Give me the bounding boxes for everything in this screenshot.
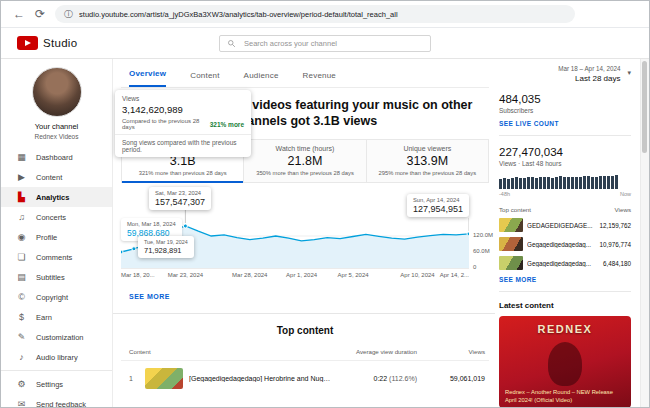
column-views: Views	[423, 348, 485, 355]
tab-overview[interactable]: Overview	[129, 69, 166, 87]
section-divider	[113, 313, 495, 314]
site-info-icon[interactable]: ⓘ	[64, 8, 73, 21]
row-rank: 1	[129, 375, 139, 382]
metric-value: 21.8M	[246, 154, 363, 168]
sidebar-item-label: Audio library	[36, 353, 78, 362]
sparkline-bar	[539, 177, 542, 189]
row-views: 59,061,019	[423, 375, 485, 382]
top-content-heading: Top content	[121, 325, 489, 336]
video-thumbnail	[499, 218, 523, 232]
sparkline-bar	[531, 177, 534, 189]
right-top-content-row[interactable]: GEDAGEDIGEDAGE...12,159,762	[499, 218, 631, 232]
sidebar-item-analytics[interactable]: ▙Analytics	[1, 187, 112, 207]
tab-audience[interactable]: Audience	[244, 71, 279, 87]
refresh-icon[interactable]: ⟳	[35, 8, 45, 20]
url-text: studio.youtube.com/artist/a_jyDGxBa3XW3/…	[79, 10, 398, 19]
sidebar-item-send-feedback[interactable]: ✉Send feedback	[1, 394, 112, 408]
chevron-down-icon: ▾	[627, 69, 631, 77]
sidebar-item-profile[interactable]: ◉Profile	[1, 227, 112, 247]
sidebar-item-label: Send feedback	[36, 400, 86, 408]
sparkline-bar	[595, 177, 598, 189]
scrollbar-thumb[interactable]	[642, 61, 647, 153]
sidebar-item-comments[interactable]: ❏Comments	[1, 247, 112, 267]
subtitles-icon: ▤	[16, 272, 27, 282]
scrollbar[interactable]	[640, 59, 649, 408]
video-title: Gegagedigedagedag...	[527, 260, 599, 267]
right-top-content-row[interactable]: Gegagedigedagedag...6,484,180	[499, 256, 631, 270]
tooltip-compare-label: Compared to the previous 28 days	[122, 118, 206, 130]
views-chart[interactable]: 120.0M60.0M0 Mar 18, 20...Mar 23, 2024Ma…	[121, 187, 489, 285]
video-title: [Gegagedigedagedago] Herobrine and Nugge…	[189, 375, 331, 382]
right-see-more-link[interactable]: SEE MORE	[499, 276, 631, 283]
tooltip-compare-delta: 321% more	[210, 121, 244, 128]
see-more-link[interactable]: SEE MORE	[129, 293, 170, 300]
sidebar-item-dashboard[interactable]: ▦Dashboard	[1, 147, 112, 167]
date-range-selector[interactable]: Mar 18 – Apr 14, 2024 Last 28 days ▾	[499, 65, 631, 83]
video-thumbnail	[145, 368, 183, 389]
video-thumbnail	[499, 256, 523, 270]
sparkline-bar	[547, 177, 550, 189]
url-bar[interactable]: ⓘ studio.youtube.com/artist/a_jyDGxBa3XW…	[55, 5, 575, 23]
right-top-content-row[interactable]: Gegagedigedagedag...10,976,774	[499, 237, 631, 251]
browser-toolbar: ← ⟳ ⓘ studio.youtube.com/artist/a_jyDGxB…	[1, 1, 649, 28]
comments-icon: ❏	[16, 252, 27, 262]
tooltip-metric-value: 3,142,620,989	[122, 104, 244, 115]
metric-card-unique-viewers[interactable]: Unique viewers 313.9M 295% more than the…	[367, 140, 488, 182]
metric-delta: 295% more than the previous 28 days	[369, 170, 486, 176]
sparkline-bar	[575, 177, 578, 189]
video-title: GEDAGEDIGEDAGE...	[527, 222, 595, 229]
page-body: Your channel Rednex Videos ▦Dashboard▶Co…	[1, 59, 649, 408]
y-axis-label: 60.0M	[473, 248, 490, 254]
earn-icon: $	[16, 312, 27, 322]
video-title: Gegagedigedagedag...	[527, 241, 595, 248]
sidebar-item-earn[interactable]: $Earn	[1, 307, 112, 327]
metric-card-watch-time[interactable]: Watch time (hours) 21.8M 350% more than …	[244, 140, 366, 182]
sparkline-bar	[603, 176, 606, 189]
top-content-row[interactable]: 1[Gegagedigedagedago] Herobrine and Nugg…	[121, 361, 489, 396]
sparkline-bar	[599, 176, 602, 189]
sidebar-item-label: Analytics	[36, 193, 69, 202]
dashboard-icon: ▦	[16, 152, 27, 162]
sidebar-item-label: Content	[36, 173, 62, 182]
feedback-icon: ✉	[16, 399, 27, 408]
y-axis-label: 120.0M	[473, 232, 493, 238]
sidebar-item-copyright[interactable]: ©Copyright	[1, 287, 112, 307]
sparkline-axis: -48h Now	[499, 191, 631, 197]
channel-label: Your channel	[1, 122, 112, 131]
video-views: 10,976,774	[599, 241, 631, 248]
y-axis-label: 0	[473, 264, 476, 270]
column-content: Content	[129, 348, 331, 355]
sparkline-bar	[499, 179, 502, 189]
channel-avatar[interactable]	[32, 67, 82, 117]
youtube-studio-logo[interactable]: Studio	[17, 36, 77, 50]
subscribers-label: Subscribers	[499, 107, 631, 114]
sidebar-item-subtitles[interactable]: ▤Subtitles	[1, 267, 112, 287]
channel-search[interactable]	[219, 35, 431, 52]
tooltip-date: Tue, Mar 19, 2024	[144, 239, 188, 245]
chart-tooltip-mar-19: Tue, Mar 19, 2024 71,928,891	[138, 236, 194, 258]
metric-value: 313.9M	[369, 154, 486, 168]
sidebar-item-customization[interactable]: ✎Customization	[1, 327, 112, 347]
content-icon: ▶	[16, 172, 27, 182]
sidebar-item-content[interactable]: ▶Content	[1, 167, 112, 187]
realtime-sparkline	[499, 173, 631, 189]
sidebar: Your channel Rednex Videos ▦Dashboard▶Co…	[1, 59, 113, 408]
concerts-icon: ♫	[16, 212, 27, 222]
sidebar-item-concerts[interactable]: ♫Concerts	[1, 207, 112, 227]
tooltip-note: Song views compared with the previous pe…	[115, 134, 251, 157]
tooltip-date: Mon, Mar 18, 2024	[127, 221, 176, 227]
sidebar-nav: ▦Dashboard▶Content▙Analytics♫Concerts◉Pr…	[1, 147, 112, 408]
sidebar-divider	[1, 370, 112, 371]
analytics-tabs: Overview Content Audience Revenue	[121, 59, 489, 88]
sidebar-item-settings[interactable]: ⚙Settings	[1, 374, 112, 394]
tab-content[interactable]: Content	[190, 71, 219, 87]
sidebar-item-audio-library[interactable]: ♪Audio library	[1, 347, 112, 367]
back-icon[interactable]: ←	[13, 8, 25, 20]
date-range: Mar 18 – Apr 14, 2024	[558, 65, 620, 72]
latest-video-thumbnail[interactable]: REDNEX Rednex – Another Round – NEW Rele…	[499, 316, 631, 408]
latest-content-title: Latest content	[499, 301, 631, 310]
see-live-count-link[interactable]: SEE LIVE COUNT	[499, 120, 631, 127]
tab-revenue[interactable]: Revenue	[303, 71, 336, 87]
search-input[interactable]	[242, 38, 423, 49]
top-content-table-header: Content Average view duration Views	[121, 342, 489, 361]
